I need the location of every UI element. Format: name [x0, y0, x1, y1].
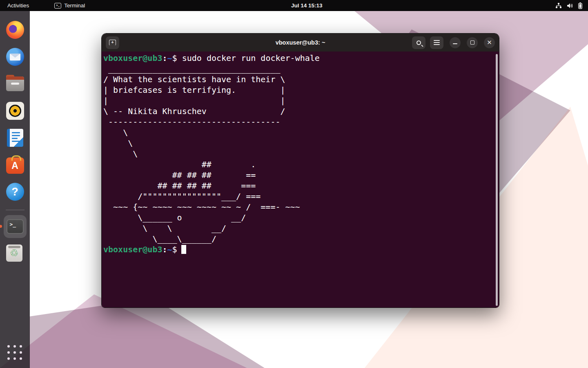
- libreoffice-writer-icon: [7, 129, 23, 147]
- minimize-button[interactable]: [450, 37, 461, 48]
- battery-icon[interactable]: [578, 2, 582, 9]
- prompt-user-host: vboxuser@ub3: [103, 53, 163, 63]
- dock: A ? >_ ♲: [0, 11, 30, 368]
- software-letter: A: [11, 160, 18, 171]
- recycle-glyph: ♲: [10, 247, 19, 259]
- top-bar: Activities >_ Terminal Jul 14 15:13: [0, 0, 588, 11]
- dock-item-terminal-active[interactable]: >_: [4, 215, 27, 238]
- command-line: vboxuser@ub3:~$ sudo docker run docker-w…: [103, 53, 497, 63]
- minimize-icon: [453, 43, 457, 44]
- terminal-content-area[interactable]: vboxuser@ub3:~$ sudo docker run docker-w…: [102, 52, 499, 308]
- menu-button[interactable]: [430, 36, 443, 49]
- dock-item-libreoffice-writer[interactable]: [6, 129, 24, 147]
- dock-item-trash[interactable]: ♲: [6, 245, 24, 263]
- dock-separator: [6, 210, 24, 210]
- terminal-scrollbar[interactable]: [496, 54, 498, 306]
- firefox-icon: [6, 21, 24, 39]
- show-applications-button[interactable]: [7, 345, 23, 361]
- terminal-titlebar[interactable]: + vboxuser@ub3: ~ ✕: [102, 34, 499, 52]
- terminal-app-icon: >_: [7, 219, 24, 234]
- volume-icon[interactable]: [567, 3, 573, 9]
- files-icon: [6, 76, 24, 91]
- close-icon: ✕: [487, 39, 492, 46]
- terminal-icon: >_: [54, 3, 61, 9]
- dock-item-rhythmbox[interactable]: [6, 102, 24, 120]
- rhythmbox-icon: [6, 102, 24, 120]
- prompt-path: ~: [167, 53, 172, 63]
- new-tab-icon: +: [109, 40, 116, 45]
- current-prompt-line: vboxuser@ub3:~$: [103, 244, 497, 255]
- text-cursor: [181, 245, 186, 254]
- whalesay-output: ___________________________________ / Wh…: [103, 63, 497, 244]
- ubuntu-software-icon: A: [6, 157, 24, 174]
- dock-item-thunderbird[interactable]: [6, 48, 24, 66]
- dock-item-firefox[interactable]: [6, 21, 24, 39]
- terminal-window: + vboxuser@ub3: ~ ✕ vboxuser@ub3:~$ sudo…: [101, 33, 499, 308]
- close-button[interactable]: ✕: [484, 37, 495, 48]
- dock-item-files[interactable]: [6, 75, 24, 93]
- search-icon: [416, 40, 421, 45]
- thunderbird-icon: [6, 48, 24, 66]
- hamburger-menu-icon: [434, 42, 440, 43]
- dock-item-help[interactable]: ?: [6, 183, 24, 201]
- command-text: [177, 53, 182, 63]
- dock-item-ubuntu-software[interactable]: A: [6, 156, 24, 174]
- search-button[interactable]: [412, 36, 425, 49]
- network-icon[interactable]: [555, 3, 562, 9]
- help-icon: ?: [6, 183, 24, 201]
- help-question-mark: ?: [11, 186, 18, 198]
- maximize-icon: [470, 40, 474, 45]
- focused-app-name: Terminal: [64, 2, 85, 9]
- focused-app-menu[interactable]: >_ Terminal: [54, 0, 85, 11]
- new-tab-button[interactable]: +: [106, 36, 119, 49]
- clock[interactable]: Jul 14 15:13: [291, 0, 323, 11]
- system-status-area[interactable]: [555, 0, 582, 11]
- activities-button[interactable]: Activities: [0, 0, 36, 11]
- running-indicator-dot: [0, 225, 2, 228]
- command-value: sudo docker run docker-whale: [182, 53, 320, 63]
- trash-icon: ♲: [6, 245, 22, 262]
- maximize-button[interactable]: [467, 37, 478, 48]
